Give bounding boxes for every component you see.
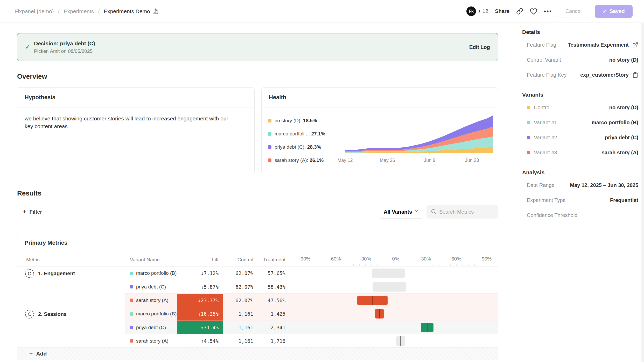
breadcrumb-item[interactable]: Experiments — [64, 8, 94, 15]
collaborators[interactable]: Fk + 12 — [466, 6, 488, 16]
plus-icon: + — [23, 208, 26, 215]
sidebar-row: Controlno story (D) — [522, 100, 638, 115]
sidebar-row: Date RangeMay 12, 2025 – Jun 30, 2025 — [522, 178, 638, 193]
ci-axis-label: 90% — [482, 256, 492, 262]
col-variant-name: Variant Name — [125, 257, 177, 263]
topbar-actions: Fk + 12 Share ••• Cancel ✓ Saved — [466, 5, 633, 18]
metric-target-icon — [25, 310, 34, 318]
confidence-interval-cell — [290, 321, 498, 334]
variant-row[interactable]: priya debt (C)↓5.87%62.07%58.43% — [125, 280, 498, 293]
variant-color-dot — [527, 151, 530, 154]
legend-item: marco portfoli...: 27.1% — [268, 131, 343, 137]
health-chart: May 12May 26Jun 9Jun 23 — [343, 111, 495, 164]
breadcrumb-item[interactable]: Fixpanel {demo} — [15, 8, 54, 15]
sidebar-row-value: sarah story (A) — [602, 150, 638, 156]
sidebar-row-value: no story (D) — [609, 105, 638, 111]
sidebar-row: Control Variantno story (D) — [522, 52, 638, 67]
lift-value: ↑4.54% — [177, 334, 223, 347]
share-button[interactable]: Share — [495, 8, 509, 14]
confidence-interval-cell — [290, 307, 498, 321]
sidebar-row-value: Testimonials Experiment — [568, 42, 629, 48]
hypothesis-card: Hypothesis we believe that showing custo… — [17, 87, 255, 174]
saved-button[interactable]: ✓ Saved — [595, 5, 633, 18]
variant-swatch — [130, 326, 133, 329]
decision-banner: ✓ Decision: priya debt (C) Picker, Amit … — [17, 33, 498, 61]
favorite-heart-icon[interactable] — [530, 8, 537, 15]
legend-label: marco portfoli...: 27.1% — [275, 131, 325, 137]
avatar[interactable]: Fk — [466, 6, 476, 16]
sidebar-row-value: exp_customerStory — [580, 72, 629, 78]
primary-metrics-title: Primary Metrics — [17, 233, 498, 253]
metric-cell[interactable]: 1. Engagement — [17, 266, 125, 307]
variant-color-dot — [527, 136, 530, 139]
legend-item: priya debt (C): 28.3% — [268, 144, 343, 150]
sidebar-row-label: Date Range — [527, 182, 555, 188]
sidebar-row: Feature FlagTestimonials Experiment — [522, 37, 638, 52]
add-filter-button[interactable]: + Filter — [17, 208, 42, 215]
metric-group: 2. Sessionsmarco portfolio (B)↓16.25%1,1… — [17, 307, 498, 347]
variant-swatch — [130, 299, 133, 302]
ci-axis-label: 0% — [392, 256, 399, 262]
more-options-icon[interactable]: ••• — [544, 8, 552, 15]
breadcrumb: Fixpanel {demo}/Experiments/Experiments … — [15, 8, 159, 15]
col-lift: Lift — [177, 257, 223, 263]
edit-log-button[interactable]: Edit Log — [469, 44, 490, 50]
sidebar-row-label: Control Variant — [527, 57, 561, 63]
sidebar-row: Variant #1marco portfolio (B) — [522, 115, 638, 130]
variant-row[interactable]: marco portfolio (B)↓7.12%62.07%57.65% — [125, 266, 498, 280]
variants-section: Variants Controlno story (D)Variant #1ma… — [522, 92, 638, 160]
cancel-button[interactable]: Cancel — [559, 5, 588, 18]
x-axis-tick-label: Jun 23 — [465, 158, 479, 163]
variant-color-dot — [527, 121, 530, 124]
variant-name: sarah story (A) — [136, 298, 169, 303]
variant-row[interactable]: priya debt (C)↑31.4%1,1612,341 — [125, 321, 498, 334]
lift-value: ↓7.12% — [177, 266, 223, 280]
sidebar-row: Feature Flag Keyexp_customerStory — [522, 67, 638, 82]
control-value: 1,161 — [223, 321, 257, 334]
variant-row[interactable]: sarah story (A)↑4.54%1,1611,716 — [125, 334, 498, 347]
check-icon: ✓ — [603, 8, 607, 15]
sidebar-row-value: priya debt (C) — [605, 135, 638, 141]
variant-row[interactable]: sarah story (A)↓23.37%62.07%47.56% — [125, 293, 498, 307]
sidebar-row-value: Frequentist — [610, 197, 638, 203]
sidebar-row-label: Variant #1 — [527, 120, 557, 126]
table-header: Metric Variant Name Lift Control Treatme… — [17, 253, 498, 266]
variant-name: sarah story (A) — [136, 338, 169, 344]
metric-name: 1. Engagement — [38, 269, 75, 277]
col-control: Control — [223, 257, 257, 263]
sidebar-row-label: Variant #2 — [527, 135, 557, 141]
variant-swatch — [130, 285, 133, 288]
variant-name: priya debt (C) — [136, 284, 166, 290]
ci-point-marker — [400, 336, 401, 346]
lift-value: ↓5.87% — [177, 280, 223, 293]
sidebar-row-label: Variant #3 — [527, 150, 557, 156]
search-metrics-box[interactable] — [426, 205, 498, 219]
ci-point-marker — [379, 309, 380, 318]
add-metric-button[interactable]: + Add — [17, 347, 498, 360]
variant-row[interactable]: marco portfolio (B)↓16.25%1,1611,425 — [125, 307, 498, 321]
metric-cell[interactable]: 2. Sessions — [17, 307, 125, 347]
confidence-interval-cell — [290, 294, 498, 307]
scrollbar-track[interactable] — [641, 23, 644, 362]
ci-axis-label: 30% — [421, 256, 431, 262]
search-metrics-input[interactable] — [439, 209, 491, 215]
decision-title: Decision: priya debt (C) — [34, 40, 95, 47]
breadcrumb-item: Experiments Demo — [104, 8, 159, 15]
variants-dropdown[interactable]: All Variants — [379, 205, 423, 219]
ci-axis-label: -90% — [299, 256, 310, 262]
col-treatment: Treatment — [257, 257, 290, 263]
ci-axis: -90%-60%-30%0%30%60%90% — [290, 253, 498, 266]
lift-value: ↓16.25% — [177, 307, 223, 321]
chevron-down-icon — [414, 209, 419, 215]
details-title: Details — [522, 29, 638, 35]
analysis-section: Analysis Date RangeMay 12, 2025 – Jun 30… — [522, 169, 638, 223]
external-link-icon[interactable] — [632, 42, 638, 48]
legend-swatch — [268, 119, 271, 122]
analysis-title: Analysis — [522, 169, 638, 176]
clipboard-icon[interactable] — [632, 72, 638, 78]
copy-link-icon[interactable] — [516, 8, 523, 15]
ci-axis-label: 60% — [451, 256, 461, 262]
results-divider — [17, 222, 498, 222]
main-panel: ✓ Decision: priya debt (C) Picker, Amit … — [0, 23, 517, 362]
collaborator-count: + 12 — [478, 8, 488, 14]
